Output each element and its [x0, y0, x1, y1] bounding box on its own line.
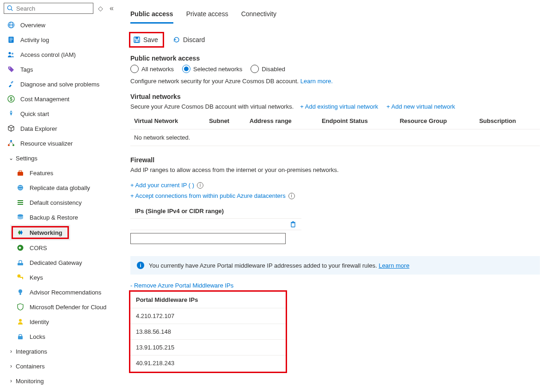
search-keyvault-icon[interactable]: ◇	[96, 5, 105, 12]
nav-defender[interactable]: Microsoft Defender for Cloud	[0, 300, 119, 314]
accept-datacenters-link[interactable]: + Accept connections from within public …	[130, 192, 286, 199]
save-button[interactable]: Save	[130, 33, 163, 46]
nav-label: Integrations	[16, 348, 47, 355]
nav-cors[interactable]: CORS	[0, 240, 119, 255]
tools-icon	[7, 80, 15, 88]
public-access-desc: Configure network security for your Azur…	[130, 78, 540, 85]
nav-label: Networking	[30, 229, 62, 236]
svg-point-11	[9, 67, 10, 68]
col-virtual-network: Virtual Network	[130, 115, 205, 129]
nav-label: Dedicated Gateway	[30, 259, 82, 266]
search-input[interactable]	[15, 5, 90, 12]
svg-point-17	[12, 144, 14, 146]
svg-line-1	[11, 9, 12, 11]
nav-advisor[interactable]: Advisor Recommendations	[0, 285, 119, 300]
info-icon: i	[137, 262, 144, 269]
svg-rect-31	[22, 278, 23, 279]
globe-replicate-icon	[17, 184, 24, 191]
radio-selected-networks[interactable]: Selected networks	[182, 65, 242, 73]
discard-label: Discard	[183, 36, 205, 43]
info-icon[interactable]: i	[197, 182, 203, 189]
toolbar: Save Discard	[130, 33, 540, 46]
nav-backup[interactable]: Backup & Restore	[0, 210, 119, 225]
chevron-right-icon: ›	[7, 363, 15, 369]
ip-input[interactable]	[130, 233, 286, 244]
portal-ips-title: Portal Middleware IPs	[130, 292, 286, 308]
nav-consistency[interactable]: Default consistency	[0, 195, 119, 210]
banner-text: You currently have Azure Portal middlewa…	[149, 262, 410, 269]
nav-integrations-group[interactable]: ›Integrations	[0, 344, 119, 359]
nav-label: Containers	[16, 363, 45, 370]
svg-point-9	[9, 52, 11, 55]
tab-private-access[interactable]: Private access	[186, 7, 228, 24]
info-icon[interactable]: i	[288, 193, 295, 199]
add-existing-vnet-link[interactable]: + Add existing virtual network	[300, 103, 378, 110]
svg-rect-24	[18, 202, 23, 203]
svg-text:$: $	[10, 97, 12, 102]
nav-settings-group[interactable]: ⌄Settings	[0, 151, 119, 165]
nav-diagnose[interactable]: Diagnose and solve problems	[0, 77, 119, 92]
delete-icon[interactable]	[289, 220, 297, 228]
gateway-icon	[17, 259, 24, 266]
svg-rect-39	[291, 223, 295, 227]
shield-icon	[17, 303, 24, 311]
tab-connectivity[interactable]: Connectivity	[241, 7, 276, 24]
nav-label: Advisor Recommendations	[30, 289, 101, 296]
learn-more-link[interactable]: Learn more	[379, 262, 409, 269]
radio-all-networks[interactable]: All networks	[130, 65, 174, 73]
svg-rect-30	[20, 277, 23, 278]
add-new-vnet-link[interactable]: + Add new virtual network	[386, 103, 455, 110]
nav-networking[interactable]: Networking	[10, 225, 70, 240]
svg-rect-38	[135, 40, 139, 43]
nav-label: Cost Management	[20, 96, 69, 103]
ips-header: IPs (Single IPv4 or CIDR range)	[130, 204, 540, 218]
discard-icon	[173, 36, 180, 43]
nav-keys[interactable]: Keys	[0, 270, 119, 285]
nav-containers-group[interactable]: ›Containers	[0, 359, 119, 374]
nav-identity[interactable]: Identity	[0, 314, 119, 329]
nav-iam[interactable]: Access control (IAM)	[0, 47, 119, 62]
cors-icon	[17, 244, 24, 251]
nav-overview[interactable]: Overview	[0, 18, 119, 32]
nav-label: Identity	[30, 318, 49, 325]
nav-label: Keys	[30, 274, 43, 281]
nav-label: Data Explorer	[20, 125, 57, 132]
search-box[interactable]	[4, 3, 93, 14]
chevron-right-icon: ›	[7, 378, 15, 384]
nav-features[interactable]: Features	[0, 165, 119, 180]
nav-tags[interactable]: Tags	[0, 62, 119, 77]
nav-label: Resource visualizer	[20, 140, 73, 147]
radio-disabled[interactable]: Disabled	[251, 65, 285, 73]
svg-rect-6	[10, 38, 13, 38]
add-current-ip-link[interactable]: + Add your current IP ( )	[130, 182, 194, 189]
info-banner: i You currently have Azure Portal middle…	[130, 256, 540, 275]
svg-rect-21	[19, 171, 22, 172]
backup-icon	[17, 214, 24, 221]
nav-cost[interactable]: $Cost Management	[0, 92, 119, 106]
toolbox-icon	[17, 169, 24, 177]
save-label: Save	[143, 36, 158, 43]
nav-activity-log[interactable]: Activity log	[0, 32, 119, 47]
save-icon	[133, 36, 141, 43]
nav-locks[interactable]: Locks	[0, 329, 119, 344]
remove-middleware-link[interactable]: - Remove Azure Portal Middleware IPs	[130, 282, 540, 289]
discard-button[interactable]: Discard	[169, 33, 208, 46]
main-panel: Public access Private access Connectivit…	[119, 0, 551, 392]
tag-icon	[7, 66, 15, 73]
nav-replicate[interactable]: Replicate data globally	[0, 180, 119, 195]
svg-point-32	[18, 289, 22, 293]
dollar-icon: $	[7, 95, 15, 103]
collapse-sidebar-icon[interactable]: «	[108, 4, 116, 12]
nav-resource-visualizer[interactable]: Resource visualizer	[0, 136, 119, 151]
svg-rect-35	[18, 336, 23, 339]
nav-gateway[interactable]: Dedicated Gateway	[0, 255, 119, 270]
nav-label: Monitoring	[16, 378, 44, 385]
vnet-desc: Secure your Azure Cosmos DB account with…	[130, 103, 294, 110]
nav-monitoring-group[interactable]: ›Monitoring	[0, 374, 119, 388]
identity-icon	[17, 318, 24, 325]
learn-more-link[interactable]: Learn more.	[300, 78, 333, 85]
svg-rect-23	[18, 200, 23, 201]
nav-data-explorer[interactable]: Data Explorer	[0, 121, 119, 136]
tab-public-access[interactable]: Public access	[130, 7, 173, 24]
nav-quickstart[interactable]: Quick start	[0, 106, 119, 121]
